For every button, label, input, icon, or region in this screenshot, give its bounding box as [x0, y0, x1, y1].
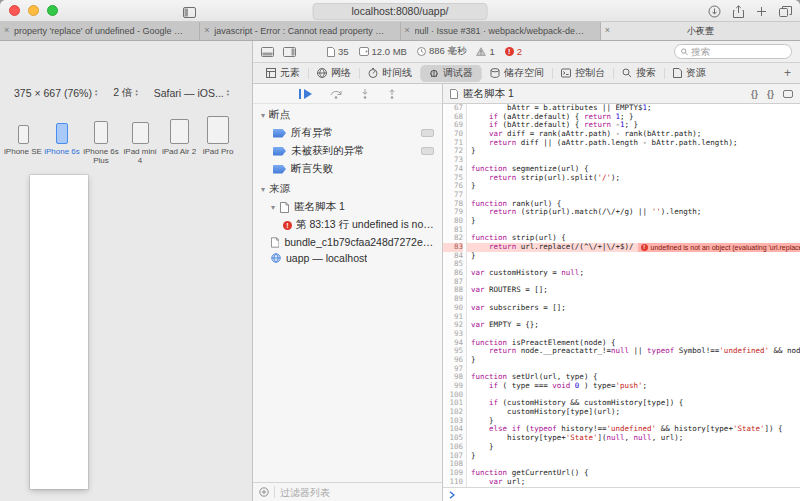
code-line [467, 391, 800, 400]
step-into-icon[interactable] [360, 85, 370, 103]
search-icon [622, 68, 632, 78]
load-time: 886 毫秒 [417, 45, 467, 58]
pretty-print-icon[interactable]: {} [751, 89, 758, 99]
device-ipad-pro[interactable]: iPad Pro [199, 109, 237, 165]
breakpoint-icon [273, 147, 286, 156]
dock-bottom-icon[interactable] [261, 43, 274, 61]
tab-console[interactable]: 控制台 [553, 65, 613, 82]
tab-elements[interactable]: 元素 [258, 65, 308, 82]
device-ipad-mini-4[interactable]: iPad mini 4 [121, 109, 159, 165]
quick-console-bar[interactable] [443, 487, 800, 501]
breakpoint-uncaught-exceptions[interactable]: 未被获到的异常 [253, 142, 442, 160]
close-tab-icon[interactable]: × [405, 24, 410, 37]
browser-tab-active[interactable]: × 小夜壹 [601, 22, 800, 40]
browser-tab[interactable]: × null · Issue #381 · webpack/webpack-de… [401, 22, 601, 40]
chevron-updown-icon: ▴▾ [95, 89, 97, 96]
globe-icon [271, 253, 281, 263]
close-tab-icon[interactable]: × [204, 24, 209, 37]
search-input[interactable] [691, 46, 785, 57]
code-line: } [467, 182, 800, 191]
device-ipad-air-2[interactable]: iPad Air 2 [160, 109, 198, 165]
code-line: return (strip(url).match(/\/+/g) || '').… [467, 208, 800, 217]
resource-count: 35 [327, 46, 349, 57]
code-area[interactable]: 6768697071727374757677787980818283848586… [443, 104, 800, 487]
breakpoint-toggle[interactable] [421, 129, 434, 137]
code-line: var customHistory = null; [467, 269, 800, 278]
error-count[interactable]: ! 2 [505, 46, 522, 57]
disclosure-icon: ▾ [271, 203, 275, 212]
code-line: } [467, 417, 800, 426]
timelines-icon [368, 68, 378, 78]
type-profiler-icon[interactable]: {} [767, 89, 774, 99]
zoom-window-button[interactable] [47, 5, 58, 16]
close-tab-icon[interactable]: × [4, 24, 9, 37]
code-line: } [467, 252, 800, 261]
share-icon[interactable] [733, 5, 744, 18]
tab-network[interactable]: 网络 [309, 65, 359, 82]
browser-tab[interactable]: × javascript - Error : Cannot read prope… [200, 22, 400, 40]
source-issue[interactable]: ! 第 83:13 行 undefined is not an object (… [253, 216, 442, 234]
titlebar: localhost:8080/uapp/ [0, 0, 800, 22]
code-line: if (bAttr.default) { return -1; } [467, 121, 800, 130]
new-tab-icon[interactable] [756, 6, 767, 17]
source-bundle-js[interactable]: bundle_c1b79cfaa248d7272e5c.js [253, 234, 442, 250]
sidebar-filter-bar [253, 482, 442, 501]
code-line: } [467, 356, 800, 365]
tab-debugger[interactable]: 调试器 [421, 65, 481, 82]
code-line: if (customHistory && customHistory[type]… [467, 399, 800, 408]
code-line: function rank(url) { [467, 200, 800, 209]
tab-timelines[interactable]: 时间线 [360, 65, 420, 82]
add-tab-icon[interactable]: + [780, 66, 795, 80]
tab-overview-icon[interactable] [779, 6, 792, 17]
minimize-window-button[interactable] [28, 5, 39, 16]
sidebar-toggle-icon[interactable] [183, 4, 196, 22]
code-gutter[interactable]: 6768697071727374757677787980818283848586… [443, 104, 467, 487]
code-line: function segmentize(url) { [467, 165, 800, 174]
source-page[interactable]: uapp — localhost [253, 250, 442, 266]
page-viewport[interactable] [30, 175, 88, 489]
breakpoint-assertion-failures[interactable]: 断言失败 [253, 160, 442, 178]
breakpoint-all-exceptions[interactable]: 所有异常 [253, 124, 442, 142]
gutter-line-number[interactable]: 110 [443, 478, 463, 487]
step-over-icon[interactable] [330, 85, 343, 103]
code-line [467, 278, 800, 287]
user-agent-popup[interactable]: Safari — iOS... ▴▾ [154, 87, 229, 99]
code-line [467, 191, 800, 200]
console-icon [561, 68, 571, 78]
ipad-icon [132, 122, 149, 144]
address-bar[interactable]: localhost:8080/uapp/ [313, 3, 488, 20]
debugger-icon [429, 68, 439, 78]
error-icon: ! [641, 244, 648, 251]
step-out-icon[interactable] [387, 85, 397, 103]
code-coverage-icon[interactable] [783, 90, 793, 98]
storage-icon [359, 47, 369, 56]
pause-resume-icon[interactable] [298, 85, 313, 103]
downloads-icon[interactable] [708, 5, 721, 18]
code-line [467, 313, 800, 322]
breakpoints-section-header[interactable]: ▾ 断点 [253, 104, 442, 124]
tab-search[interactable]: 搜索 [614, 65, 664, 82]
source-anonymous-script[interactable]: ▾ 匿名脚本 1 [253, 198, 442, 216]
inspector-search[interactable] [674, 44, 792, 59]
tab-storage[interactable]: 储存空间 [482, 65, 552, 82]
browser-tab[interactable]: × property 'replace' of undefined - Goog… [0, 22, 200, 40]
code-line: var ROUTERS = []; [467, 286, 800, 295]
transfer-size: 12.0 MB [359, 46, 407, 57]
tab-resources[interactable]: 资源 [665, 65, 714, 82]
close-tab-icon[interactable]: × [605, 24, 610, 37]
inline-error-message[interactable]: !undefined is not an object (evaluating … [638, 243, 800, 252]
filter-add-icon[interactable] [259, 487, 269, 497]
sources-section-header[interactable]: ▾ 来源 [253, 178, 442, 198]
device-iphone-6s[interactable]: iPhone 6s [43, 109, 81, 165]
code-line: var EMPTY = {}; [467, 321, 800, 330]
close-window-button[interactable] [9, 5, 20, 16]
dock-side-icon[interactable] [283, 43, 296, 61]
device-iphone-se[interactable]: iPhone SE [4, 109, 42, 165]
scale-popup[interactable]: 2 倍 ▴▾ [113, 86, 138, 100]
breakpoint-toggle[interactable] [421, 147, 434, 155]
filter-input[interactable] [280, 487, 436, 498]
warning-count[interactable]: 1 [476, 46, 494, 57]
device-iphone-6s-plus[interactable]: iPhone 6s Plus [82, 109, 120, 165]
viewport-size-popup[interactable]: 375 × 667 (76%) ▴▾ [14, 87, 97, 99]
elements-icon [266, 68, 276, 78]
